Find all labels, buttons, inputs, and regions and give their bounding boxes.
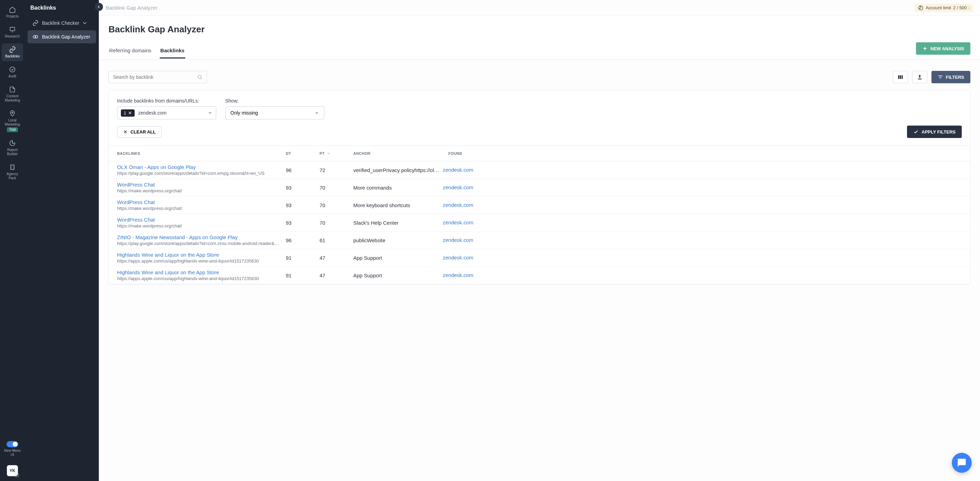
export-button[interactable]: [912, 71, 928, 83]
cell-anchor: App Support: [353, 273, 443, 278]
cell-found: zendesk.com: [443, 184, 962, 190]
rail-local-marketing[interactable]: Local Marketing Trial: [2, 107, 23, 135]
header-pt[interactable]: PT: [320, 151, 353, 156]
nav-rail: Projects Research Backlinks Audit Conten…: [0, 0, 25, 481]
found-link[interactable]: zendesk.com: [443, 237, 473, 243]
account-limit-badge[interactable]: Account limit 2 / 500 i: [915, 4, 973, 12]
filter-icon: [938, 74, 943, 80]
toggle-label: New Menu UI: [3, 449, 22, 457]
tab-backlinks[interactable]: Backlinks: [160, 43, 185, 59]
backlink-url: https://apps.apple.com/us/app/highlands-…: [117, 259, 279, 264]
cell-anchor: More commands: [353, 185, 443, 190]
avatar[interactable]: YK: [7, 465, 18, 476]
svg-point-8: [198, 75, 201, 78]
cell-found: zendesk.com: [443, 237, 962, 243]
building-icon: [9, 164, 16, 171]
backlink-title[interactable]: ZINIO - Magazine Newsstand - Apps on Goo…: [117, 234, 286, 240]
search-field[interactable]: [113, 74, 197, 80]
backlink-title[interactable]: Highlands Wine and Liquor on the App Sto…: [117, 270, 286, 275]
include-select[interactable]: 1 ✕ zendesk.com: [117, 106, 216, 119]
found-link[interactable]: zendesk.com: [443, 167, 473, 173]
backlink-title[interactable]: WordPress Chat: [117, 217, 286, 222]
found-link[interactable]: zendesk.com: [443, 219, 473, 225]
collapse-sidebar-button[interactable]: [95, 3, 103, 11]
table-row: Highlands Wine and Liquor on the App Sto…: [109, 267, 970, 284]
rail-report-builder[interactable]: Report Builder: [2, 137, 23, 159]
table-header: BACKLINKS DT PT ANCHOR FOUND: [109, 146, 970, 161]
menu-toggle[interactable]: New Menu UI: [2, 438, 23, 460]
gap-icon: [32, 34, 38, 40]
backlink-title[interactable]: WordPress Chat: [117, 199, 286, 205]
rail-audit[interactable]: Audit: [2, 63, 23, 81]
svg-rect-12: [918, 79, 922, 79]
columns-button[interactable]: [893, 71, 908, 83]
include-filter: Include backlinks from domains/URLs: 1 ✕…: [117, 98, 216, 119]
breadcrumb: Backlink Gap Analyzer: [106, 5, 158, 11]
button-label: FILTERS: [946, 75, 964, 80]
cell-pt: 70: [320, 185, 353, 190]
page-title: Backlink Gap Analyzer: [108, 24, 970, 35]
cell-dt: 96: [286, 237, 320, 243]
found-link[interactable]: zendesk.com: [443, 184, 473, 190]
cell-backlink: WordPress Chat https://make.wordpress.or…: [117, 217, 286, 229]
rail-backlinks[interactable]: Backlinks: [2, 43, 23, 61]
show-select[interactable]: Only missing: [225, 106, 325, 119]
header-pt-label: PT: [320, 151, 325, 156]
cell-pt: 61: [320, 237, 353, 243]
rail-research[interactable]: Research: [2, 24, 23, 41]
filters-button[interactable]: FILTERS: [931, 71, 970, 83]
plus-icon: [922, 46, 928, 51]
new-analysis-button[interactable]: NEW ANALYSIS: [916, 42, 970, 55]
found-link[interactable]: zendesk.com: [443, 255, 473, 260]
clear-all-button[interactable]: CLEAR ALL: [117, 126, 162, 138]
sidebar-title: Backlinks: [25, 5, 99, 16]
document-icon: [9, 86, 16, 93]
account-limit-label: Account limit: [926, 5, 951, 10]
sidebar-item-backlink-gap[interactable]: Backlink Gap Analyzer: [27, 30, 96, 43]
research-icon: [9, 26, 16, 33]
rail-projects[interactable]: Projects: [2, 3, 23, 21]
found-link[interactable]: zendesk.com: [443, 272, 473, 278]
header-backlinks[interactable]: BACKLINKS: [117, 151, 286, 156]
header-anchor[interactable]: ANCHOR: [353, 151, 448, 156]
close-icon[interactable]: ✕: [128, 110, 132, 116]
gear-icon: [14, 473, 19, 478]
button-label: NEW ANALYSIS: [931, 46, 964, 51]
apply-filters-button[interactable]: APPLY FILTERS: [907, 125, 962, 138]
cell-dt: 93: [286, 185, 320, 190]
cell-pt: 72: [320, 167, 353, 173]
svg-rect-0: [10, 27, 14, 31]
backlink-title[interactable]: Highlands Wine and Liquor on the App Sto…: [117, 252, 286, 258]
cell-pt: 70: [320, 202, 353, 208]
domain-chip: 1 ✕: [121, 110, 135, 117]
link-icon: [9, 46, 16, 53]
tab-referring-domains[interactable]: Referring domains: [108, 43, 152, 59]
filter-label: Include backlinks from domains/URLs:: [117, 98, 216, 103]
header-found[interactable]: FOUND: [448, 151, 962, 156]
header-dt[interactable]: DT: [286, 151, 320, 156]
table-row: WordPress Chat https://make.wordpress.or…: [109, 214, 970, 232]
nav-label: Backlink Checker: [42, 20, 79, 26]
rail-agency-pack[interactable]: Agency Pack: [2, 161, 23, 183]
chevron-left-icon: [97, 5, 101, 9]
toggle-icon: [6, 441, 18, 447]
nav-label: Backlink Gap Analyzer: [42, 34, 90, 40]
cell-dt: 93: [286, 220, 320, 226]
toolbar: FILTERS: [108, 71, 970, 83]
found-link[interactable]: zendesk.com: [443, 202, 473, 208]
sidebar-item-backlink-checker[interactable]: Backlink Checker: [27, 16, 96, 30]
rail-content-marketing[interactable]: Content Marketing: [2, 83, 23, 105]
backlink-title[interactable]: WordPress Chat: [117, 182, 286, 187]
backlink-url: https://apps.apple.com/us/app/highlands-…: [117, 276, 279, 281]
chat-widget[interactable]: [952, 453, 972, 473]
avatar-initials: YK: [10, 468, 16, 473]
backlink-title[interactable]: OLX Oman - Apps on Google Play: [117, 164, 286, 170]
pie-icon: [9, 140, 16, 146]
search-input[interactable]: [108, 71, 207, 83]
svg-point-2: [12, 112, 13, 113]
table-row: Highlands Wine and Liquor on the App Sto…: [109, 249, 970, 267]
pin-icon: [9, 110, 16, 117]
filter-label: Show:: [225, 98, 325, 103]
info-icon: i: [969, 6, 970, 10]
rail-label: Backlinks: [5, 54, 20, 59]
